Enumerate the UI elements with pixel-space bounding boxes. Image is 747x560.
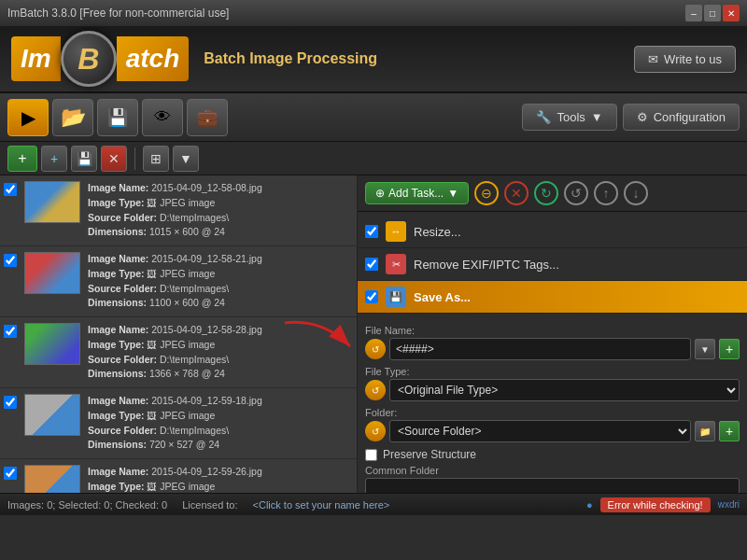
exif-icon: ✂ <box>386 254 406 274</box>
add-image-button[interactable]: + <box>41 146 67 172</box>
maximize-button[interactable]: □ <box>704 5 721 21</box>
image-checkbox-3[interactable] <box>4 396 17 409</box>
folder-select[interactable]: <Source Folder> <box>389 420 691 442</box>
license-value[interactable]: <Click to set your name here> <box>253 499 390 511</box>
tools-dropdown-icon: ▼ <box>591 110 603 124</box>
sub-toolbar: + + 💾 ✕ ⊞ ▼ <box>0 142 747 175</box>
preserve-label: Preserve Structure <box>383 448 476 461</box>
logo-subtitle: Batch Image Processing <box>204 50 377 67</box>
image-info-0: Image Name: 2015-04-09_12-58-08.jpg Imag… <box>88 181 353 240</box>
folder-open-icon: 📂 <box>61 105 86 130</box>
image-checkbox-1[interactable] <box>4 254 17 267</box>
status-left: Images: 0; Selected: 0; Checked: 0 Licen… <box>7 499 389 511</box>
divider <box>134 147 135 170</box>
configuration-button[interactable]: ⚙ Configuration <box>623 104 740 131</box>
image-info-3: Image Name: 2015-04-09_12-59-18.jpg Imag… <box>88 394 353 453</box>
resize-label: Resize... <box>414 225 461 239</box>
play-button[interactable]: ▶ <box>7 99 49 136</box>
task-delete-button[interactable]: ✕ <box>504 181 529 205</box>
license-label: Licensed to: <box>182 499 237 511</box>
main-content: Image Name: 2015-04-09_12-58-08.jpg Imag… <box>0 175 747 493</box>
image-list-item[interactable]: Image Name: 2015-04-09_12-59-18.jpg Imag… <box>0 388 357 459</box>
logo-atch: atch <box>117 36 190 81</box>
filename-plus-button[interactable]: + <box>719 339 740 359</box>
image-checkbox-0[interactable] <box>4 183 17 196</box>
save-as-icon: 💾 <box>386 287 406 307</box>
tasks-button[interactable]: 💼 <box>187 99 228 136</box>
write-to-us-button[interactable]: ✉ Write to us <box>634 46 736 73</box>
image-list-item[interactable]: Image Name: 2015-04-09_12-58-21.jpg Imag… <box>0 246 357 317</box>
task-move-up-button[interactable]: ↑ <box>594 181 618 205</box>
filename-input[interactable] <box>389 338 691 360</box>
image-checkbox-4[interactable] <box>4 467 17 480</box>
image-info-4: Image Name: 2015-04-09_12-59-26.jpg Imag… <box>88 465 353 493</box>
task-move-down-button[interactable]: ↓ <box>624 181 648 205</box>
common-folder-label: Common Folder <box>365 465 740 476</box>
preserve-checkbox[interactable] <box>365 449 377 461</box>
delete-icon: ✕ <box>108 151 120 166</box>
add-task-dropdown-icon: ▼ <box>447 187 458 200</box>
filetype-label: File Type: <box>365 366 740 377</box>
filename-label: File Name: <box>365 325 740 336</box>
save-as-label: Save As... <box>414 290 471 304</box>
filetype-row: File Type: ↺ <Original File Type> <box>365 366 740 401</box>
save-button[interactable]: 💾 <box>97 99 138 136</box>
task-item-save[interactable]: 💾 Save As... <box>358 281 747 314</box>
image-list-item[interactable]: Image Name: 2015-04-09_12-59-26.jpg Imag… <box>0 459 357 493</box>
resize-checkbox[interactable] <box>365 225 378 238</box>
filetype-arrow-button[interactable]: ↺ <box>365 380 386 400</box>
form-area: File Name: ↺ ▼ + File Type: ↺ <Original … <box>358 317 747 493</box>
open-folder-button[interactable]: 📂 <box>52 99 93 136</box>
wrench-icon: 🔧 <box>536 110 551 124</box>
app-title: ImBatch 3.8.0 [Free for non-commercial u… <box>7 7 229 20</box>
image-thumbnail-2 <box>24 323 80 365</box>
gear-icon: ⚙ <box>637 110 648 124</box>
task-undo-button[interactable]: ↺ <box>564 181 588 205</box>
folder-plus-button[interactable]: + <box>719 421 740 441</box>
filename-arrow-button[interactable]: ↺ <box>365 339 386 359</box>
image-list-item[interactable]: Image Name: 2015-04-09_12-58-28.jpg Imag… <box>0 317 357 388</box>
window-controls: – □ ✕ <box>685 5 740 21</box>
image-list-item[interactable]: Image Name: 2015-04-09_12-58-08.jpg Imag… <box>0 175 357 246</box>
task-disable-button[interactable]: ⊖ <box>474 181 499 205</box>
task-panel: ⊕ Add Task... ▼ ⊖ ✕ ↻ ↺ ↑ ↓ ↔ Resize... <box>358 175 747 493</box>
common-folder-row: Common Folder <box>365 465 740 493</box>
logo-im: Im <box>11 36 61 81</box>
save-image-button[interactable]: 💾 <box>71 146 97 172</box>
layout-dropdown-button[interactable]: ▼ <box>173 146 199 172</box>
image-thumbnail-4 <box>24 465 80 493</box>
exif-label: Remove EXIF/IPTC Tags... <box>414 258 559 272</box>
add-task-label: Add Task... <box>388 187 444 200</box>
eye-icon: 👁 <box>154 107 171 127</box>
task-item-resize[interactable]: ↔ Resize... <box>358 216 747 248</box>
folder-browse-button[interactable]: 📁 <box>695 421 715 441</box>
close-button[interactable]: ✕ <box>723 5 740 21</box>
task-item-exif[interactable]: ✂ Remove EXIF/IPTC Tags... <box>358 248 747 281</box>
add-image-green-button[interactable]: + <box>7 146 37 172</box>
titlebar: ImBatch 3.8.0 [Free for non-commercial u… <box>0 0 747 26</box>
write-btn-label: Write to us <box>664 52 722 66</box>
common-folder-input[interactable] <box>365 478 740 493</box>
layout-button[interactable]: ⊞ <box>143 146 169 172</box>
save-checkbox[interactable] <box>365 290 378 303</box>
exif-checkbox[interactable] <box>365 258 378 271</box>
folder-arrow-button[interactable]: ↺ <box>365 421 386 441</box>
add-task-button[interactable]: ⊕ Add Task... ▼ <box>365 182 469 204</box>
delete-image-button[interactable]: ✕ <box>101 146 127 172</box>
view-button[interactable]: 👁 <box>142 99 183 136</box>
task-up-button[interactable]: ↻ <box>534 181 558 205</box>
status-icon: ● <box>586 499 593 511</box>
image-checkbox-2[interactable] <box>4 325 17 338</box>
toolbar-left: ▶ 📂 💾 👁 💼 <box>7 99 228 136</box>
folder-row: Folder: ↺ <Source Folder> 📁 + <box>365 407 740 442</box>
preserve-row: Preserve Structure <box>365 448 740 461</box>
save-icon: 💾 <box>107 107 128 128</box>
filetype-select[interactable]: <Original File Type> <box>389 379 740 401</box>
image-thumbnail-0 <box>24 181 80 223</box>
main-toolbar: ▶ 📂 💾 👁 💼 🔧 Tools ▼ ⚙ Configuration <box>0 93 747 142</box>
image-thumbnail-1 <box>24 252 80 294</box>
right-scrollable-area: ↔ Resize... ✂ Remove EXIF/IPTC Tags... 💾… <box>358 212 747 493</box>
tools-menu-button[interactable]: 🔧 Tools ▼ <box>522 104 616 131</box>
minimize-button[interactable]: – <box>685 5 702 21</box>
filename-dropdown-button[interactable]: ▼ <box>695 339 715 359</box>
